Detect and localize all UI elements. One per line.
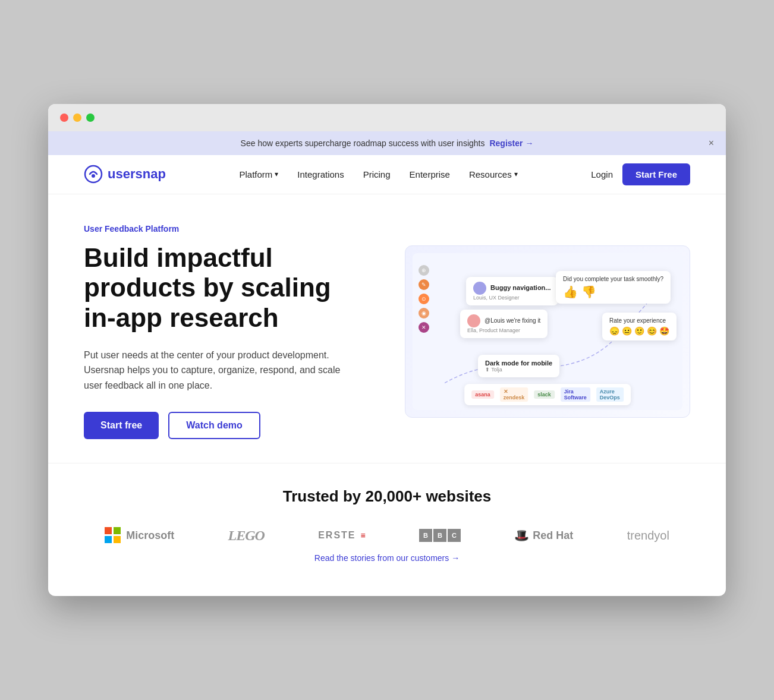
hero-title: Build impactful products by scaling in-a…: [84, 243, 357, 333]
erste-icon: ≡: [361, 531, 366, 540]
erste-label: ERSTE: [318, 530, 355, 541]
feedback-card-rating: Did you complete your task smoothly? 👍 👎: [556, 271, 671, 304]
rating-thumbs: 👍 👎: [563, 285, 663, 299]
trendyol-label: trendyol: [627, 529, 669, 543]
nav-actions: Login Start Free: [591, 163, 690, 185]
mockup-inner: ⊕ ✎ ⊙ ◉ ✕: [413, 253, 682, 410]
svg-point-1: [92, 174, 95, 178]
integration-jira: Jira Software: [561, 387, 590, 402]
nav-integrations-link[interactable]: Integrations: [297, 169, 344, 179]
integration-asana: asana: [471, 390, 494, 399]
browser-window: See how experts supercharge roadmap succ…: [48, 104, 726, 597]
banner-close-button[interactable]: ×: [709, 138, 714, 149]
sidebar-icon-1: ⊕: [419, 265, 429, 276]
login-button[interactable]: Login: [591, 169, 613, 179]
logo-microsoft: Microsoft: [105, 527, 174, 544]
feedback-card-dark-mode: Dark mode for mobile ⬆ Tolja: [478, 355, 559, 377]
emoji-rating-row: 😞 😐 🙂 😊 🤩: [609, 326, 669, 336]
sidebar-icon-3: ⊙: [419, 294, 429, 304]
bbc-box-c: C: [448, 529, 461, 542]
ms-cell-red: [105, 527, 112, 534]
bbc-boxes: B B C: [419, 529, 461, 542]
usersnap-logo-icon: [84, 165, 103, 184]
feedback-card-buggy: Buggy navigation... Louis, UX Designer: [466, 277, 558, 305]
logos-row: Microsoft LEGO ERSTE ≡ B B C 🎩: [84, 527, 690, 544]
logo-trendyol: trendyol: [627, 529, 669, 543]
logo-text: usersnap: [108, 166, 166, 182]
hero-start-free-button[interactable]: Start free: [84, 412, 159, 439]
logo-lego: LEGO: [228, 528, 264, 544]
hero-watch-demo-button[interactable]: Watch demo: [168, 412, 260, 439]
integration-zendesk: ✕ zendesk: [500, 387, 528, 402]
trusted-section: Trusted by 20,000+ websites Microsoft LE…: [48, 463, 726, 596]
sidebar-icon-4: ◉: [419, 308, 429, 319]
microsoft-label: Microsoft: [126, 529, 174, 542]
microsoft-grid-icon: [105, 527, 121, 544]
logo-erste: ERSTE ≡: [318, 530, 366, 541]
feedback-card-rate-experience: Rate your experience 😞 😐 🙂 😊 🤩: [602, 313, 677, 340]
mockup-sidebar: ⊕ ✎ ⊙ ◉ ✕: [419, 265, 429, 333]
lego-label: LEGO: [228, 528, 264, 544]
nav-platform-link[interactable]: Platform: [239, 169, 278, 179]
mockup-container: ⊕ ✎ ⊙ ◉ ✕: [405, 246, 690, 417]
feedback-card-reply: @Louis we're fixing it Ella, Product Man…: [460, 310, 548, 338]
redhat-label: Red Hat: [533, 529, 573, 542]
banner-text: See how experts supercharge roadmap succ…: [241, 138, 485, 148]
banner-register-link[interactable]: Register →: [489, 138, 533, 148]
minimize-button-icon[interactable]: [73, 113, 81, 122]
read-more-link[interactable]: Read the stories from our customers →: [84, 544, 690, 572]
main-nav: usersnap Platform Integrations Pricing E…: [48, 155, 726, 194]
sidebar-icon-2: ✎: [419, 279, 429, 290]
integration-azure: Azure DevOps: [596, 387, 624, 402]
browser-chrome: [48, 104, 726, 131]
logo-bbc: B B C: [419, 529, 461, 542]
avatar-ella: [467, 314, 480, 327]
logo-redhat: 🎩 Red Hat: [514, 528, 573, 543]
bbc-box-b1: B: [419, 529, 432, 542]
hero-tag: User Feedback Platform: [84, 224, 357, 234]
nav-links: Platform Integrations Pricing Enterprise…: [239, 169, 517, 179]
trusted-title: Trusted by 20,000+ websites: [84, 487, 690, 506]
logo-link[interactable]: usersnap: [84, 165, 166, 184]
hero-buttons: Start free Watch demo: [84, 412, 357, 439]
announcement-banner: See how experts supercharge roadmap succ…: [48, 131, 726, 155]
ms-cell-yellow: [114, 536, 121, 543]
close-button-icon[interactable]: [60, 113, 68, 122]
hero-content: User Feedback Platform Build impactful p…: [84, 224, 357, 440]
sidebar-icon-5: ✕: [419, 322, 429, 333]
nav-enterprise-link[interactable]: Enterprise: [410, 169, 450, 179]
avatar-louis: [473, 282, 486, 295]
nav-pricing-link[interactable]: Pricing: [363, 169, 391, 179]
start-free-button[interactable]: Start Free: [622, 163, 690, 185]
nav-resources-link[interactable]: Resources: [469, 169, 518, 179]
integrations-bar: asana ✕ zendesk slack Jira Software Azur…: [464, 384, 631, 405]
redhat-hat-icon: 🎩: [514, 528, 529, 543]
ms-cell-green: [114, 527, 121, 534]
integration-slack: slack: [534, 390, 555, 399]
hero-illustration: ⊕ ✎ ⊙ ◉ ✕: [405, 245, 690, 418]
bbc-box-b2: B: [433, 529, 446, 542]
hero-description: Put user needs at the center of your pro…: [84, 348, 357, 393]
ms-cell-blue: [105, 536, 112, 543]
hero-section: User Feedback Platform Build impactful p…: [48, 194, 726, 463]
maximize-button-icon[interactable]: [86, 113, 95, 122]
